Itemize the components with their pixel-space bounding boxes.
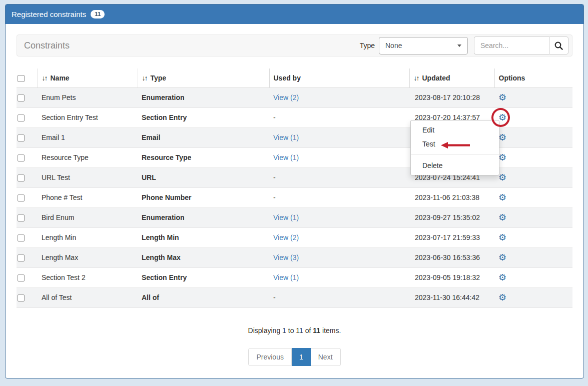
used-by-view-link[interactable]: View (1) [273,154,299,162]
row-checkbox[interactable] [18,234,25,242]
gear-icon[interactable]: ⚙ [498,193,506,202]
pagination-page-1-button[interactable]: 1 [292,348,311,366]
constraint-name: Enum Pets [38,88,138,108]
table-row: Phone # TestPhone Number-2023-11-06 21:0… [17,188,572,208]
constraint-type: Email [138,128,269,148]
dropdown-item-test[interactable]: Test [411,137,499,151]
sort-icon: ↓↑ [42,74,47,82]
table-row: Bird EnumEnumerationView (1)2023-09-27 1… [17,208,572,228]
options-cell: ⚙ [494,248,572,268]
constraint-type: Phone Number [138,188,269,208]
used-by-view-link[interactable]: View (1) [273,274,299,282]
total-count: 11 [313,326,320,334]
constraint-type: Enumeration [138,208,269,228]
options-cell: ⚙ [494,88,572,108]
column-header-options: Options [494,68,572,88]
used-by-cell: - [269,168,409,188]
table-row: All of TestAll of-2023-11-30 16:44:42⚙ [17,288,572,308]
used-by-view-link[interactable]: View (1) [273,214,299,222]
constraint-type: Section Entry [138,108,269,128]
table-row: Section Test 2Section EntryView (1)2023-… [17,268,572,288]
type-filter-select[interactable]: None [379,37,468,54]
gear-icon[interactable]: ⚙ [498,293,506,302]
row-checkbox[interactable] [18,214,25,222]
gear-icon[interactable]: ⚙ [498,133,506,142]
search-input[interactable] [474,36,549,54]
gear-icon[interactable]: ⚙ [498,153,506,162]
used-by-cell: View (2) [269,88,409,108]
options-cell: ⚙ [494,188,572,208]
select-all-checkbox[interactable] [18,75,25,82]
column-header-type[interactable]: ↓↑Type [138,68,269,88]
used-by-view-link[interactable]: View (1) [273,134,299,142]
dropdown-divider [411,154,499,155]
constraints-panel: Registered constraints 11 Constraints Ty… [5,4,584,378]
column-header-name[interactable]: ↓↑Name [38,68,138,88]
gear-icon[interactable]: ⚙ [498,273,506,282]
row-checkbox[interactable] [18,154,25,162]
updated-timestamp: 2023-11-06 21:03:38 [409,188,494,208]
options-cell: ⚙ [494,168,572,188]
options-dropdown-menu: EditTestDelete [410,120,499,176]
table-row: Length MinLength MinView (2)2023-07-17 2… [17,228,572,248]
options-cell: ⚙ [494,108,572,128]
constraint-name: Section Test 2 [38,268,138,288]
constraints-table: ↓↑Name ↓↑Type Used by ↓↑Updated Options [17,68,572,308]
used-by-view-link[interactable]: View (3) [273,254,299,262]
options-cell: ⚙ [494,128,572,148]
row-checkbox[interactable] [18,134,25,142]
row-checkbox[interactable] [18,114,25,122]
search-button[interactable] [549,36,568,54]
column-header-updated[interactable]: ↓↑Updated [409,68,494,88]
pagination-previous-button[interactable]: Previous [248,348,291,366]
constraint-name: Length Max [38,248,138,268]
constraint-name: Length Min [38,228,138,248]
updated-timestamp: 2023-09-05 19:18:32 [409,268,494,288]
used-by-cell: View (1) [269,128,409,148]
used-by-cell: View (1) [269,268,409,288]
toolbar: Constraints Type None [17,34,572,56]
chevron-down-icon [457,44,461,47]
row-checkbox[interactable] [18,194,25,202]
used-by-cell: View (1) [269,208,409,228]
count-badge: 11 [91,10,105,19]
updated-timestamp: 2023-07-17 21:59:33 [409,228,494,248]
gear-icon[interactable]: ⚙ [498,233,506,242]
page: { "colors": { "header_blue": "#3a78b5", … [0,0,588,386]
dropdown-item-delete[interactable]: Delete [411,158,499,172]
used-by-cell: - [269,188,409,208]
table-row: Length MaxLength MaxView (3)2023-06-30 1… [17,248,572,268]
table-header: ↓↑Name ↓↑Type Used by ↓↑Updated Options [17,68,572,88]
used-by-cell: - [269,288,409,308]
constraint-type: URL [138,168,269,188]
constraint-type: Length Max [138,248,269,268]
constraint-name: Section Entry Test [38,108,138,128]
gear-icon[interactable]: ⚙ [498,173,506,182]
row-checkbox[interactable] [18,294,25,302]
constraint-type: Resource Type [138,148,269,168]
gear-icon[interactable]: ⚙ [498,113,506,122]
pagination: Previous 1 Next [17,348,572,366]
row-checkbox[interactable] [18,174,25,182]
pagination-next-button[interactable]: Next [311,348,341,366]
updated-timestamp: 2023-06-30 16:53:36 [409,248,494,268]
dropdown-item-edit[interactable]: Edit [411,123,499,137]
sort-icon: ↓↑ [142,74,147,82]
used-by-cell: View (1) [269,148,409,168]
row-checkbox[interactable] [18,254,25,262]
used-by-view-link[interactable]: View (2) [273,94,299,102]
gear-icon[interactable]: ⚙ [498,253,506,262]
panel-title: Registered constraints [12,10,86,18]
gear-icon[interactable]: ⚙ [498,213,506,222]
used-by-cell: View (3) [269,248,409,268]
used-by-cell: View (2) [269,228,409,248]
row-checkbox[interactable] [18,94,25,102]
row-checkbox[interactable] [18,274,25,282]
column-header-used-by: Used by [269,68,409,88]
used-by-view-link[interactable]: View (2) [273,234,299,242]
options-cell: ⚙ [494,208,572,228]
constraint-name: All of Test [38,288,138,308]
magnifier-icon [554,41,563,50]
gear-icon[interactable]: ⚙ [498,93,506,102]
constraint-name: Bird Enum [38,208,138,228]
